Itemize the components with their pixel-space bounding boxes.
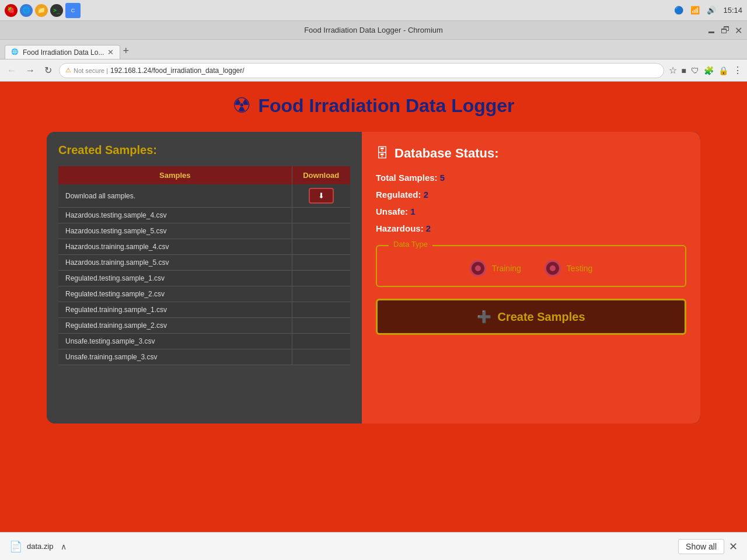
table-row: Hazardous.testing.sample_4.csv xyxy=(58,208,350,223)
taskbar-icons: 🍓 🌐 📁 >_ C xyxy=(5,3,81,18)
cell-download-all-btn: ⬇ xyxy=(292,184,350,208)
bookmark-button[interactable]: ☆ xyxy=(669,65,677,76)
page-header: ☢ Food Irradiation Data Logger xyxy=(232,93,514,118)
col-header-download: Download xyxy=(292,166,350,184)
stat-unsafe-value: 1 xyxy=(410,206,415,216)
cell-empty xyxy=(292,286,350,302)
data-type-legend: Data Type xyxy=(389,240,432,249)
not-secure-label: Not secure | xyxy=(74,67,108,74)
reload-button[interactable]: ↻ xyxy=(42,64,54,77)
address-input[interactable]: ⚠ Not secure | 192.168.1.24/food_irradia… xyxy=(59,63,664,78)
not-secure-icon: ⚠ xyxy=(65,66,71,74)
stat-regulated: Regulated: 2 xyxy=(376,190,686,200)
samples-section-title: Created Samples: xyxy=(58,144,350,157)
forward-button[interactable]: → xyxy=(23,64,37,77)
cell-empty xyxy=(292,223,350,239)
extension-icon-4[interactable]: 🔒 xyxy=(718,66,728,75)
table-row: Hazardous.training.sample_4.csv xyxy=(58,239,350,255)
create-samples-button[interactable]: ➕ Create Samples xyxy=(376,299,686,335)
table-row: Regulated.testing.sample_1.csv xyxy=(58,271,350,286)
extension-icon-1[interactable]: ■ xyxy=(682,66,686,75)
volume-icon: 🔊 xyxy=(707,6,716,15)
cell-empty xyxy=(292,302,350,318)
extension-icon-3[interactable]: 🧩 xyxy=(704,66,714,75)
tab-favicon: 🌐 xyxy=(11,48,19,57)
stat-regulated-value: 2 xyxy=(424,190,428,200)
cell-filename: Regulated.training.sample_1.csv xyxy=(58,302,292,318)
address-text: 192.168.1.24/food_irradiation_data_logge… xyxy=(110,66,245,75)
download-file-icon: 📄 xyxy=(9,540,22,553)
data-type-box: Data Type Training Testing xyxy=(376,245,686,287)
cell-download-all-label: Download all samples. xyxy=(58,184,292,208)
testing-radio-circle[interactable] xyxy=(544,260,561,276)
table-row: Unsafe.training.sample_3.csv xyxy=(58,349,350,365)
window-maximize-button[interactable]: 🗗 xyxy=(721,24,730,36)
table-row: Hazardous.training.sample_5.csv xyxy=(58,255,350,271)
cell-empty xyxy=(292,208,350,223)
bluetooth-icon: 🔵 xyxy=(674,6,683,15)
cell-filename: Hazardous.training.sample_5.csv xyxy=(58,255,292,271)
cell-filename: Unsafe.training.sample_3.csv xyxy=(58,349,292,365)
tab-title: Food Irradiation Data Lo... xyxy=(23,48,104,57)
show-all-button[interactable]: Show all xyxy=(678,539,724,554)
active-tab[interactable]: 🌐 Food Irradiation Data Lo... ✕ xyxy=(5,45,120,59)
clock: 15:14 xyxy=(723,6,742,15)
table-row: Regulated.training.sample_2.csv xyxy=(58,318,350,334)
db-title: Database Status: xyxy=(395,146,499,161)
cell-empty xyxy=(292,349,350,365)
stat-hazardous: Hazardous: 2 xyxy=(376,223,686,233)
create-samples-label: Create Samples xyxy=(497,310,585,324)
training-radio[interactable]: Training xyxy=(470,260,521,276)
folder-icon[interactable]: 📁 xyxy=(35,4,48,17)
download-close-button[interactable]: ✕ xyxy=(729,540,738,553)
testing-radio[interactable]: Testing xyxy=(544,260,592,276)
cell-empty xyxy=(292,255,350,271)
db-header: 🗄 Database Status: xyxy=(376,146,686,161)
window-controls: 🗕 🗗 ✕ xyxy=(707,24,742,36)
tab-close-button[interactable]: ✕ xyxy=(107,48,114,57)
page-title: Food Irradiation Data Logger xyxy=(258,95,514,117)
tab-bar: 🌐 Food Irradiation Data Lo... ✕ + xyxy=(0,40,747,60)
samples-table: Samples Download Download all samples. ⬇… xyxy=(58,166,350,365)
stat-unsafe-label: Unsafe: xyxy=(376,206,408,216)
table-row: Hazardous.testing.sample_5.csv xyxy=(58,223,350,239)
cell-filename: Hazardous.training.sample_4.csv xyxy=(58,239,292,255)
chromium-taskbar-icon[interactable]: C xyxy=(65,3,81,18)
download-all-button[interactable]: ⬇ xyxy=(309,188,334,204)
browser-top-bar: 🍓 🌐 📁 >_ C 🔵 📶 🔊 15:14 xyxy=(0,0,747,21)
wifi-icon: 📶 xyxy=(690,6,700,15)
cell-empty xyxy=(292,271,350,286)
stat-unsafe: Unsafe: 1 xyxy=(376,206,686,216)
terminal-icon[interactable]: >_ xyxy=(50,4,63,17)
stat-total: Total Samples: 5 xyxy=(376,173,686,183)
address-bar: ← → ↻ ⚠ Not secure | 192.168.1.24/food_i… xyxy=(0,60,747,82)
training-radio-circle[interactable] xyxy=(470,260,486,276)
globe-icon[interactable]: 🌐 xyxy=(20,4,33,17)
menu-button[interactable]: ⋮ xyxy=(733,65,742,76)
back-button[interactable]: ← xyxy=(5,64,19,77)
browser-title-bar: Food Irradiation Data Logger - Chromium … xyxy=(0,21,747,40)
browser-title: Food Irradiation Data Logger - Chromium xyxy=(304,26,443,34)
download-item: 📄 data.zip ∧ xyxy=(9,540,67,553)
plus-icon: ➕ xyxy=(477,310,491,324)
new-tab-button[interactable]: + xyxy=(123,43,129,59)
cell-empty xyxy=(292,334,350,349)
download-expand-button[interactable]: ∧ xyxy=(61,542,67,551)
extension-icon-2[interactable]: 🛡 xyxy=(691,66,699,75)
cell-filename: Regulated.training.sample_2.csv xyxy=(58,318,292,334)
window-minimize-button[interactable]: 🗕 xyxy=(707,24,716,36)
cell-filename: Regulated.testing.sample_2.csv xyxy=(58,286,292,302)
window-close-button[interactable]: ✕ xyxy=(735,24,742,36)
cell-filename: Regulated.testing.sample_1.csv xyxy=(58,271,292,286)
stat-hazardous-value: 2 xyxy=(426,223,431,233)
cell-empty xyxy=(292,318,350,334)
radio-group: Training Testing xyxy=(389,260,673,276)
download-bar: 📄 data.zip ∧ Show all ✕ xyxy=(0,532,747,560)
toolbar-buttons: ☆ ■ 🛡 🧩 🔒 ⋮ xyxy=(669,65,742,76)
stat-hazardous-label: Hazardous: xyxy=(376,223,424,233)
stat-total-value: 5 xyxy=(440,173,445,183)
cell-filename: Unsafe.testing.sample_3.csv xyxy=(58,334,292,349)
stat-total-label: Total Samples: xyxy=(376,173,438,183)
testing-radio-label: Testing xyxy=(567,264,592,273)
raspberry-icon[interactable]: 🍓 xyxy=(5,4,18,17)
